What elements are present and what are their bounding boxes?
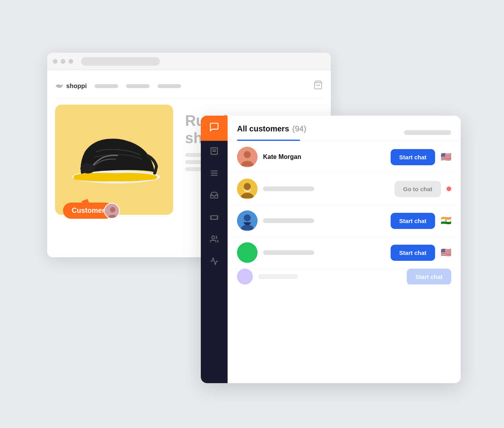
go-to-chat-button[interactable]: Go to chat [395, 181, 441, 197]
svg-point-18 [244, 214, 251, 221]
scene: shoppi [35, 37, 469, 391]
avatar [237, 242, 258, 263]
svg-point-16 [244, 183, 251, 190]
customer-name-area [263, 186, 389, 191]
customer-name-area: Kate Morgan [263, 153, 385, 160]
customer-badge-avatar [104, 203, 120, 219]
table-row: Kate Morgan Start chat 🇺🇸 [231, 141, 458, 173]
panel-search-bar [404, 130, 451, 135]
customer-name-area [263, 250, 385, 255]
avatar [237, 269, 253, 284]
customer-name-placeholder [263, 218, 314, 223]
browser-dot-2 [61, 59, 65, 64]
shoppi-brand-name: shoppi [66, 83, 87, 90]
sidebar-item-tickets[interactable] [201, 207, 228, 229]
panel-title-section: All customers (94) [237, 124, 306, 141]
sidebar-item-chat-active[interactable] [201, 116, 228, 141]
analytics-icon [210, 257, 219, 268]
shoppi-nav-2 [126, 84, 150, 88]
browser-dot-3 [69, 59, 73, 64]
svg-point-12 [212, 236, 215, 238]
flag-icon: 🇺🇸 [441, 152, 451, 162]
customer-list: Kate Morgan Start chat 🇺🇸 [228, 141, 461, 383]
contacts-icon [210, 235, 219, 245]
shoppi-header: shoppi [55, 76, 323, 98]
table-row: Start chat 🇺🇸 [231, 237, 458, 269]
avatar [237, 147, 258, 167]
customer-badge: Customer [63, 203, 113, 219]
start-chat-button[interactable]: Start chat [391, 149, 435, 165]
sidebar-item-lists[interactable] [201, 163, 228, 185]
avatar [237, 179, 258, 199]
chat-icon [209, 122, 219, 135]
customer-name-area [263, 218, 385, 223]
shoppi-nav-1 [94, 84, 118, 88]
status-dot [447, 186, 451, 191]
customer-name-area [258, 274, 401, 279]
sidebar-item-analytics[interactable] [201, 251, 228, 273]
customer-name-placeholder [263, 186, 314, 191]
tickets-icon [210, 213, 219, 223]
svg-point-0 [57, 85, 62, 88]
table-row: Start chat [231, 269, 458, 284]
sidebar-item-inbox[interactable] [201, 185, 228, 207]
shoppi-nav-3 [158, 84, 181, 88]
customer-name: Kate Morgan [263, 153, 301, 160]
svg-point-5 [110, 207, 115, 212]
svg-point-14 [244, 151, 251, 158]
avatar [237, 210, 258, 231]
start-chat-button[interactable]: Start chat [391, 213, 435, 229]
browser-addressbar [81, 57, 160, 66]
customer-name-placeholder [258, 274, 298, 279]
shoppi-logo-icon [55, 83, 64, 89]
start-chat-button[interactable]: Start chat [391, 245, 435, 261]
svg-point-3 [80, 163, 95, 173]
table-row: Start chat 🇮🇳 [231, 205, 458, 237]
app-panel: All customers (94) [201, 116, 461, 383]
flag-icon: 🇮🇳 [441, 216, 451, 226]
cart-icon[interactable] [313, 80, 323, 92]
browser-dot-1 [53, 59, 57, 64]
product-image-box: Customer [55, 105, 173, 215]
customer-count: (94) [292, 124, 306, 133]
browser-titlebar [47, 53, 331, 70]
tab-underline [237, 140, 300, 141]
sidebar [201, 116, 228, 383]
customer-panel: All customers (94) [228, 116, 461, 383]
shoppi-logo: shoppi [55, 83, 87, 90]
panel-title-text: All customers [237, 124, 289, 133]
svg-point-20 [237, 269, 253, 284]
sidebar-item-messages[interactable] [201, 141, 228, 163]
start-chat-button[interactable]: Start chat [407, 269, 451, 284]
sidebar-item-contacts[interactable] [201, 229, 228, 251]
messages-icon [210, 147, 219, 157]
table-row: Go to chat [231, 173, 458, 205]
lists-icon [210, 169, 219, 179]
panel-title: All customers (94) [237, 124, 306, 133]
flag-icon: 🇺🇸 [441, 247, 451, 258]
svg-point-19 [237, 242, 258, 263]
inbox-icon [210, 191, 219, 201]
customer-badge-label: Customer [72, 207, 105, 215]
customer-name-placeholder [263, 250, 314, 255]
panel-header: All customers (94) [228, 116, 461, 141]
